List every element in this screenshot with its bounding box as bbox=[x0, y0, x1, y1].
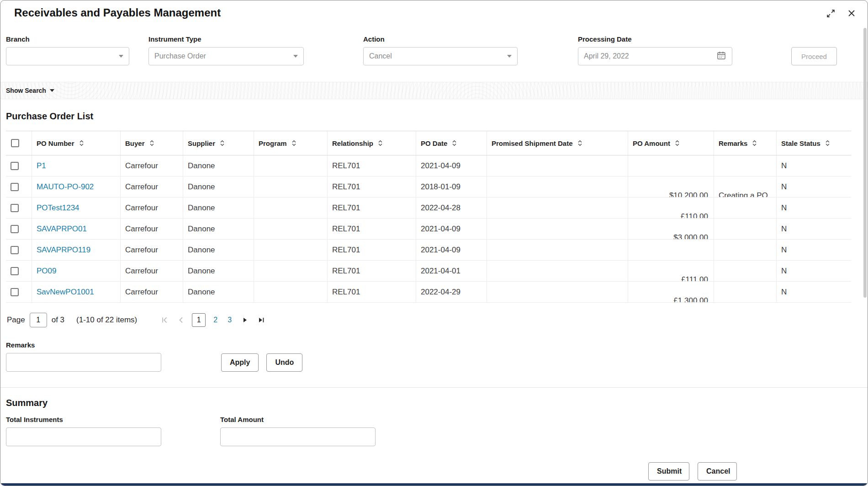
total-instruments-group: Total Instruments bbox=[6, 416, 161, 446]
cell-value: Danone bbox=[188, 203, 215, 213]
processing-date-input[interactable]: April 29, 2022 bbox=[578, 47, 732, 65]
receivables-payables-dialog: Receivables and Payables Management Bran… bbox=[0, 0, 868, 486]
relationship-cell: REL701 bbox=[328, 282, 416, 302]
apply-button[interactable]: Apply bbox=[221, 353, 259, 372]
promised-date-cell bbox=[487, 240, 628, 260]
column-header[interactable]: Program bbox=[254, 131, 328, 155]
cell-value: N bbox=[781, 267, 787, 276]
column-header[interactable]: PO Number bbox=[32, 131, 121, 155]
column-header[interactable]: Promised Shipment Date bbox=[487, 131, 628, 155]
column-header[interactable]: Relationship bbox=[328, 131, 416, 155]
page-number-current[interactable]: 1 bbox=[192, 313, 206, 327]
row-checkbox[interactable] bbox=[11, 288, 19, 296]
next-page-icon[interactable] bbox=[237, 313, 253, 327]
sort-icon[interactable] bbox=[378, 139, 383, 147]
po-number-link[interactable]: POTest1234 bbox=[37, 203, 79, 213]
promised-date-cell bbox=[487, 155, 628, 176]
undo-button[interactable]: Undo bbox=[266, 353, 302, 372]
page-number-link[interactable]: 2 bbox=[213, 316, 217, 324]
total-amount-input[interactable] bbox=[220, 427, 376, 446]
cancel-button[interactable]: Cancel bbox=[698, 462, 737, 481]
remarks-input[interactable] bbox=[6, 353, 161, 372]
show-search-toggle[interactable]: Show Search bbox=[6, 87, 54, 94]
cell-value: Creating a PO bbox=[719, 191, 768, 197]
cell-value: $10,200.00 bbox=[669, 191, 708, 197]
calendar-icon[interactable] bbox=[716, 50, 726, 62]
po-number-link[interactable]: MAUTO-PO-902 bbox=[37, 182, 94, 192]
row-checkbox[interactable] bbox=[11, 246, 19, 254]
previous-page-icon[interactable] bbox=[173, 313, 189, 327]
supplier-cell: Danone bbox=[183, 261, 254, 281]
cell-value: Danone bbox=[188, 246, 215, 255]
cell-value: $3,000.00 bbox=[673, 233, 708, 239]
close-icon[interactable] bbox=[847, 9, 856, 18]
sort-icon[interactable] bbox=[452, 139, 457, 147]
cell-value: N bbox=[781, 224, 787, 234]
instrument-type-select[interactable]: Purchase Order bbox=[148, 47, 304, 65]
sort-icon[interactable] bbox=[291, 139, 296, 147]
po-number-link[interactable]: SavNewPO1001 bbox=[37, 288, 94, 297]
items-count-label: (1-10 of 22 items) bbox=[76, 315, 137, 325]
program-cell bbox=[254, 282, 328, 302]
proceed-button[interactable]: Proceed bbox=[791, 47, 837, 65]
branch-filter: Branch bbox=[6, 35, 129, 65]
column-header[interactable]: Supplier bbox=[183, 131, 254, 155]
page-number-link[interactable]: 3 bbox=[228, 316, 232, 324]
stale-status-cell: N bbox=[777, 282, 851, 302]
sort-icon[interactable] bbox=[825, 139, 830, 147]
sort-icon[interactable] bbox=[220, 139, 225, 147]
buyer-cell: Carrefour bbox=[121, 176, 183, 197]
pagination-nav: 123 bbox=[156, 313, 270, 327]
submit-button[interactable]: Submit bbox=[648, 462, 689, 481]
first-page-icon[interactable] bbox=[156, 313, 173, 327]
column-header[interactable]: Remarks bbox=[714, 131, 777, 155]
sort-icon[interactable] bbox=[675, 139, 680, 147]
po-number-link[interactable]: SAVAPRPO01 bbox=[37, 224, 87, 234]
resize-icon[interactable] bbox=[826, 9, 835, 18]
processing-date-label: Processing Date bbox=[578, 35, 732, 43]
supplier-cell: Danone bbox=[183, 219, 254, 239]
pagination-bar: Page of 3 (1-10 of 22 items) 123 bbox=[7, 313, 868, 327]
remarks-cell bbox=[714, 261, 777, 281]
promised-date-cell bbox=[487, 176, 628, 197]
total-instruments-input[interactable] bbox=[6, 427, 161, 446]
stale-status-cell: N bbox=[777, 240, 851, 260]
row-select-cell bbox=[6, 198, 32, 218]
relationship-cell: REL701 bbox=[328, 155, 416, 176]
branch-select[interactable] bbox=[6, 47, 129, 65]
column-header[interactable]: PO Date bbox=[416, 131, 487, 155]
row-checkbox[interactable] bbox=[11, 267, 19, 275]
po-number-link[interactable]: P1 bbox=[37, 161, 46, 171]
cell-value: £110.00 bbox=[681, 212, 708, 218]
row-checkbox[interactable] bbox=[11, 162, 19, 170]
vertical-scrollbar[interactable] bbox=[863, 28, 867, 298]
column-header[interactable]: PO Amount bbox=[628, 131, 714, 155]
action-select[interactable]: Cancel bbox=[363, 47, 518, 65]
column-header[interactable]: Buyer bbox=[121, 131, 183, 155]
instrument-type-value: Purchase Order bbox=[154, 52, 206, 60]
stale-status-cell: N bbox=[777, 155, 851, 176]
filters-bar: Branch Instrument Type Purchase Order Ac… bbox=[0, 26, 868, 65]
row-checkbox[interactable] bbox=[11, 183, 19, 191]
column-header[interactable]: Stale Status bbox=[777, 131, 851, 155]
sort-icon[interactable] bbox=[577, 139, 582, 147]
last-page-icon[interactable] bbox=[253, 313, 270, 327]
page-input[interactable] bbox=[30, 313, 47, 327]
sort-icon[interactable] bbox=[752, 139, 757, 147]
row-checkbox[interactable] bbox=[11, 225, 19, 233]
row-select-cell bbox=[6, 261, 32, 281]
po-amount-cell: £1,300.00 bbox=[628, 282, 714, 302]
supplier-cell: Danone bbox=[183, 176, 254, 197]
row-checkbox[interactable] bbox=[11, 204, 19, 212]
cell-value: N bbox=[781, 161, 787, 171]
select-all-checkbox[interactable] bbox=[11, 139, 19, 147]
po-number-link[interactable]: SAVAPRPO119 bbox=[37, 246, 90, 255]
total-instruments-label: Total Instruments bbox=[6, 416, 161, 423]
column-label: Supplier bbox=[188, 139, 215, 147]
sort-icon[interactable] bbox=[149, 139, 154, 147]
column-label: PO Amount bbox=[633, 139, 670, 147]
po-number-link[interactable]: PO09 bbox=[37, 267, 56, 276]
relationship-cell: REL701 bbox=[328, 176, 416, 197]
sort-icon[interactable] bbox=[79, 139, 84, 147]
cell-value: REL701 bbox=[332, 224, 360, 234]
